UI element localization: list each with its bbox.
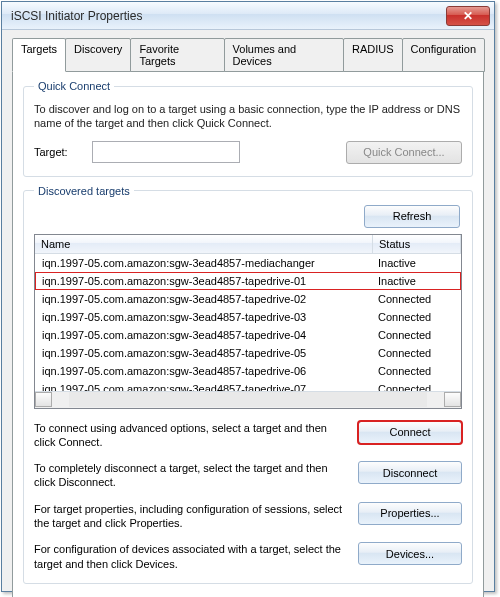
disconnect-text: To completely disconnect a target, selec… (34, 461, 348, 490)
properties-text: For target properties, including configu… (34, 502, 348, 531)
disconnect-row: To completely disconnect a target, selec… (34, 461, 462, 490)
connect-button[interactable]: Connect (358, 421, 462, 444)
table-row[interactable]: iqn.1997-05.com.amazon:sgw-3ead4857-tape… (35, 362, 461, 380)
scroll-right-icon[interactable] (444, 392, 461, 407)
devices-row: For configuration of devices associated … (34, 542, 462, 571)
cell-name: iqn.1997-05.com.amazon:sgw-3ead4857-tape… (36, 364, 372, 378)
properties-row: For target properties, including configu… (34, 502, 462, 531)
target-label: Target: (34, 146, 84, 158)
connect-row: To connect using advanced options, selec… (34, 421, 462, 450)
devices-button[interactable]: Devices... (358, 542, 462, 565)
quick-connect-button: Quick Connect... (346, 141, 462, 164)
cell-name: iqn.1997-05.com.amazon:sgw-3ead4857-tape… (36, 382, 372, 391)
cell-status: Connected (372, 292, 460, 306)
cell-status: Connected (372, 346, 460, 360)
cell-name: iqn.1997-05.com.amazon:sgw-3ead4857-tape… (36, 292, 372, 306)
content-area: TargetsDiscoveryFavorite TargetsVolumes … (2, 30, 494, 597)
cell-name: iqn.1997-05.com.amazon:sgw-3ead4857-tape… (36, 328, 372, 342)
table-row[interactable]: iqn.1997-05.com.amazon:sgw-3ead4857-tape… (35, 308, 461, 326)
quick-connect-legend: Quick Connect (34, 80, 114, 92)
cell-status: Inactive (372, 256, 460, 270)
tab-favorite-targets[interactable]: Favorite Targets (130, 38, 224, 72)
quick-connect-desc: To discover and log on to a target using… (34, 102, 462, 131)
target-row: Target: Quick Connect... (34, 141, 462, 164)
tab-configuration[interactable]: Configuration (402, 38, 485, 72)
close-button[interactable]: ✕ (446, 6, 490, 26)
header-name[interactable]: Name (35, 235, 373, 253)
table-body: iqn.1997-05.com.amazon:sgw-3ead4857-medi… (35, 254, 461, 391)
table-row[interactable]: iqn.1997-05.com.amazon:sgw-3ead4857-tape… (35, 326, 461, 344)
horizontal-scrollbar[interactable] (35, 391, 461, 408)
header-status[interactable]: Status (373, 235, 461, 253)
scroll-track[interactable] (69, 392, 427, 407)
disconnect-button[interactable]: Disconnect (358, 461, 462, 484)
scroll-left-icon[interactable] (35, 392, 52, 407)
table-header: Name Status (35, 235, 461, 254)
cell-status: Connected (372, 328, 460, 342)
targets-scroll[interactable]: Name Status iqn.1997-05.com.amazon:sgw-3… (35, 235, 461, 391)
cell-status: Connected (372, 310, 460, 324)
quick-connect-group: Quick Connect To discover and log on to … (23, 80, 473, 177)
cell-status: Connected (372, 382, 460, 391)
discovered-legend: Discovered targets (34, 185, 134, 197)
devices-text: For configuration of devices associated … (34, 542, 348, 571)
table-row[interactable]: iqn.1997-05.com.amazon:sgw-3ead4857-tape… (35, 344, 461, 362)
tab-volumes-and-devices[interactable]: Volumes and Devices (224, 38, 344, 72)
cell-status: Connected (372, 364, 460, 378)
refresh-button[interactable]: Refresh (364, 205, 460, 228)
tab-discovery[interactable]: Discovery (65, 38, 131, 72)
titlebar[interactable]: iSCSI Initiator Properties ✕ (2, 2, 494, 30)
tab-strip: TargetsDiscoveryFavorite TargetsVolumes … (12, 37, 484, 71)
tab-radius[interactable]: RADIUS (343, 38, 403, 72)
tab-panel-targets: Quick Connect To discover and log on to … (12, 71, 484, 597)
table-row[interactable]: iqn.1997-05.com.amazon:sgw-3ead4857-tape… (35, 380, 461, 391)
table-row[interactable]: iqn.1997-05.com.amazon:sgw-3ead4857-tape… (35, 272, 461, 290)
dialog-window: iSCSI Initiator Properties ✕ TargetsDisc… (1, 1, 495, 592)
window-title: iSCSI Initiator Properties (11, 9, 446, 23)
close-icon: ✕ (463, 9, 473, 23)
discovered-targets-group: Discovered targets Refresh Name Status i… (23, 185, 473, 584)
properties-button[interactable]: Properties... (358, 502, 462, 525)
cell-name: iqn.1997-05.com.amazon:sgw-3ead4857-tape… (36, 274, 372, 288)
table-row[interactable]: iqn.1997-05.com.amazon:sgw-3ead4857-tape… (35, 290, 461, 308)
target-input[interactable] (92, 141, 240, 163)
tab-targets[interactable]: Targets (12, 38, 66, 72)
cell-name: iqn.1997-05.com.amazon:sgw-3ead4857-tape… (36, 310, 372, 324)
refresh-row: Refresh (34, 201, 462, 228)
connect-text: To connect using advanced options, selec… (34, 421, 348, 450)
cell-status: Inactive (372, 274, 460, 288)
cell-name: iqn.1997-05.com.amazon:sgw-3ead4857-medi… (36, 256, 372, 270)
cell-name: iqn.1997-05.com.amazon:sgw-3ead4857-tape… (36, 346, 372, 360)
targets-table: Name Status iqn.1997-05.com.amazon:sgw-3… (34, 234, 462, 409)
table-row[interactable]: iqn.1997-05.com.amazon:sgw-3ead4857-medi… (35, 254, 461, 272)
